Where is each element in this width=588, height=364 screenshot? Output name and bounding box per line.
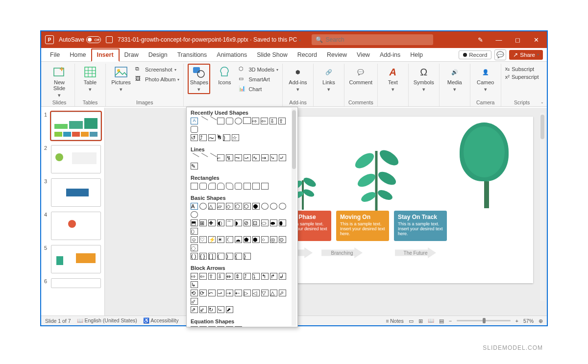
slide-canvas-area: Third PhaseThis is a sample text. Insert…: [105, 108, 547, 315]
toggle-switch-icon[interactable]: Off: [86, 36, 101, 43]
icons-button[interactable]: Icons: [213, 64, 236, 85]
shape-icon[interactable]: ↺: [191, 134, 198, 141]
shape-arrow-icon[interactable]: ⇨: [252, 118, 259, 124]
shapes-button[interactable]: Shapes▾: [188, 64, 210, 94]
maximize-button[interactable]: ◻: [511, 36, 524, 44]
shape-icon[interactable]: [191, 126, 198, 133]
tab-help[interactable]: Help: [405, 48, 428, 61]
ribbon-insert: New Slide▾ Slides Table▾ Tables Pictures…: [41, 62, 547, 107]
thumbnail-2[interactable]: 2: [41, 144, 104, 177]
thumbnail-5[interactable]: 5: [41, 244, 104, 277]
smartart-button[interactable]: ▭SmartArt: [239, 75, 270, 83]
document-title[interactable]: 7331-01-growth-concept-for-powerpoint-16…: [118, 36, 301, 43]
fit-to-window-icon[interactable]: ⊕: [539, 318, 543, 324]
sorter-view-icon[interactable]: ⊞: [418, 318, 423, 324]
tab-file[interactable]: File: [45, 48, 65, 61]
zoom-slider[interactable]: [457, 320, 511, 321]
subscript-icon: x₂: [505, 66, 510, 72]
svg-point-20: [360, 190, 377, 204]
shape-brace-icon[interactable]: }: [223, 134, 230, 141]
media-button[interactable]: 🔊Media▾: [443, 64, 466, 92]
scrollbar-thumb[interactable]: [292, 110, 296, 169]
tab-animations[interactable]: Animations: [212, 48, 252, 61]
tab-slideshow[interactable]: Slide Show: [252, 48, 293, 61]
shape-cursor-icon[interactable]: ↖🖱: [217, 134, 221, 141]
thumbnail-6[interactable]: 6: [41, 277, 104, 292]
tab-record[interactable]: Record: [293, 48, 322, 61]
cameo-button[interactable]: 👤Cameo▾: [474, 64, 497, 92]
shape-arrow-icon[interactable]: ⇩: [270, 118, 277, 124]
shape-triangle-icon[interactable]: [244, 118, 250, 123]
shape-arrow-icon[interactable]: ⇦: [261, 118, 268, 124]
shape-roundrect-icon[interactable]: [226, 118, 233, 124]
thumbnail-4[interactable]: 4: [41, 211, 104, 244]
dropdown-scrollbar[interactable]: [292, 108, 296, 326]
slide-canvas[interactable]: Third PhaseThis is a sample text. Insert…: [269, 117, 533, 283]
superscript-button[interactable]: x² Superscript: [505, 74, 539, 80]
svg-point-21: [376, 188, 394, 202]
screenshot-button[interactable]: ⧉Screenshot ▾: [135, 66, 176, 73]
shape-star-icon[interactable]: ☆: [232, 134, 239, 141]
shape-arrow-icon[interactable]: ⇧: [278, 118, 286, 124]
language-indicator[interactable]: 📖 English (United States): [77, 317, 137, 324]
search-input[interactable]: [326, 36, 430, 43]
close-button[interactable]: ✕: [529, 36, 543, 44]
slider-knob[interactable]: [483, 318, 486, 323]
zoom-in-button[interactable]: +: [515, 318, 518, 324]
shape-line-icon[interactable]: [207, 116, 217, 126]
slideshow-view-icon[interactable]: ▤: [439, 318, 444, 324]
subscript-button[interactable]: x₂ Subscript: [505, 66, 534, 72]
shapes-section-arrows: Block Arrows ⇨⇦⇧⇩⇔⇕⤴⤵↰↱↲↳ ⟲⟳⤺⤻⇢⇠▷◁▽△⬀⬃ ⇗…: [187, 263, 297, 316]
tab-insert[interactable]: Insert: [91, 49, 120, 62]
text-button[interactable]: AText▾: [382, 64, 404, 92]
autosave-toggle[interactable]: AutoSave Off: [59, 36, 101, 43]
links-button[interactable]: 🔗Links▾: [318, 64, 340, 92]
notes-button[interactable]: ≡ Notes: [386, 318, 403, 324]
addins-button[interactable]: ⬢Add-ins▾: [287, 64, 309, 92]
share-button[interactable]: ↗ Share ▾: [509, 50, 543, 60]
zoom-out-button[interactable]: −: [449, 318, 452, 324]
vertical-scrollbar[interactable]: [540, 113, 545, 301]
tab-review[interactable]: Review: [322, 48, 352, 61]
eyedropper-icon[interactable]: ✎: [473, 36, 487, 44]
phase-box-4: Moving OnThis is a sample text. Insert y…: [336, 211, 389, 241]
link-icon: 🔗: [322, 66, 336, 78]
shape-icon[interactable]: 〜: [208, 134, 216, 141]
cameo-icon: 👤: [479, 66, 492, 78]
shape-ellipse-icon[interactable]: [235, 118, 242, 124]
thumbnail-1[interactable]: 1: [41, 111, 104, 144]
shape-rect-icon[interactable]: [217, 118, 224, 124]
tab-transitions[interactable]: Transitions: [172, 48, 212, 61]
pictures-button[interactable]: Pictures▾: [110, 64, 132, 92]
comments-pane-button[interactable]: 💬: [494, 49, 506, 60]
comment-button[interactable]: 💬Comment: [349, 64, 372, 85]
save-icon[interactable]: [106, 36, 113, 43]
3d-models-button[interactable]: ⬡3D Models ▾: [239, 66, 278, 73]
tab-design[interactable]: Design: [144, 48, 172, 61]
tab-view[interactable]: View: [352, 48, 375, 61]
title-bar: P AutoSave Off 7331-01-growth-concept-fo…: [41, 31, 547, 48]
thumbnail-3[interactable]: 3: [41, 177, 104, 211]
scrollbar-thumb[interactable]: [540, 115, 544, 139]
minimize-button[interactable]: —: [492, 36, 506, 44]
phase-box-5: Stay On TrackThis is a sample text. Inse…: [394, 211, 447, 241]
tab-home[interactable]: Home: [65, 48, 91, 61]
tab-addins[interactable]: Add-ins: [375, 48, 405, 61]
shape-line-icon[interactable]: [198, 116, 208, 126]
symbols-button[interactable]: ΩSymbols▾: [413, 64, 435, 92]
omega-icon: Ω: [417, 66, 431, 78]
reading-view-icon[interactable]: 📖: [428, 317, 434, 324]
group-media: 🔊Media▾: [440, 64, 470, 106]
new-slide-button[interactable]: New Slide▾: [48, 64, 71, 98]
shape-icon[interactable]: ⤴: [199, 134, 207, 141]
collapse-ribbon-icon[interactable]: ⌄: [540, 100, 544, 104]
search-box[interactable]: 🔍: [312, 34, 434, 45]
group-comments: 💬CommentComments: [344, 64, 378, 106]
photo-album-button[interactable]: 🖼Photo Album ▾: [135, 75, 179, 83]
tab-draw[interactable]: Draw: [120, 48, 144, 61]
accessibility-checker[interactable]: ♿ Accessibility: [143, 317, 179, 324]
chart-button[interactable]: 📊Chart: [239, 85, 262, 93]
table-button[interactable]: Table▾: [79, 64, 101, 92]
normal-view-icon[interactable]: ▭: [409, 318, 414, 324]
record-button[interactable]: Record: [459, 50, 491, 59]
